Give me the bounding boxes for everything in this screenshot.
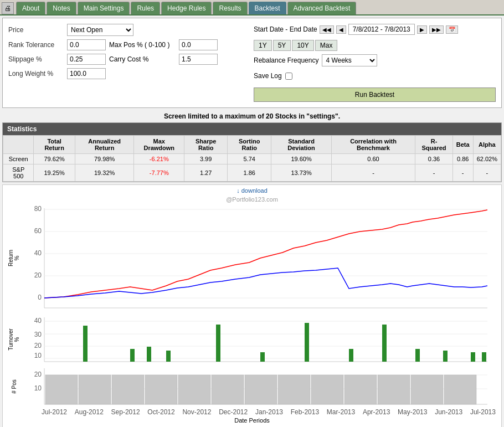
svg-rect-22 <box>83 326 88 362</box>
turnover-chart: 40 30 20 10 <box>25 315 496 364</box>
col-header-annualized: Annualized Return <box>75 136 134 154</box>
tab-notes[interactable]: Notes <box>47 2 76 14</box>
price-select[interactable]: Next Open <box>67 24 133 36</box>
svg-rect-32 <box>443 351 448 362</box>
price-label: Price <box>8 26 64 34</box>
x-label-jun2013: Jun-2013 <box>435 408 462 416</box>
statistics-container: Statistics Total Return Annualized Retur… <box>2 122 502 182</box>
sp500-annualized: 19.32% <box>75 164 134 182</box>
x-label-jul2012: Jul-2012 <box>42 408 67 416</box>
screen-r-squared: 0.36 <box>415 154 453 164</box>
svg-rect-43 <box>112 375 144 404</box>
table-row-sp500: S&P 500 19.25% 19.32% -7.77% 1.27 1.86 1… <box>3 164 501 182</box>
date-next-btn[interactable]: ▶ <box>417 25 427 34</box>
svg-rect-52 <box>411 375 443 404</box>
svg-text:10: 10 <box>34 352 42 359</box>
date-calendar-btn[interactable]: 📅 <box>446 25 458 34</box>
slippage-row: Slippage % Carry Cost % <box>8 54 250 65</box>
period-10y-btn[interactable]: 10Y <box>292 40 313 51</box>
tab-results[interactable]: Results <box>213 2 247 14</box>
print-button[interactable]: 🖨 <box>2 2 14 14</box>
screen-std-dev: 19.60% <box>271 154 331 164</box>
rebalance-label: Rebalance Frequency <box>254 56 318 64</box>
table-row-screen: Screen 79.62% 79.98% -6.21% 3.99 5.74 19… <box>3 154 501 164</box>
download-link[interactable]: ↓ download <box>3 185 501 196</box>
col-header-correlation: Correlation with Benchmark <box>331 136 415 154</box>
svg-rect-53 <box>444 375 476 404</box>
svg-rect-47 <box>245 375 277 404</box>
statistics-header: Statistics <box>3 123 501 135</box>
screen-correlation: 0.60 <box>331 154 415 164</box>
date-display: 7/8/2012 - 7/8/2013 <box>348 24 415 35</box>
svg-rect-29 <box>349 349 353 362</box>
tab-hedge-rules[interactable]: Hedge Rules <box>161 2 212 14</box>
slippage-input[interactable] <box>67 54 106 65</box>
date-prev-btn[interactable]: ◀ <box>336 25 346 34</box>
period-max-btn[interactable]: Max <box>315 40 338 51</box>
control-panel: Price Next Open Rank Tolerance Max Pos %… <box>2 18 502 108</box>
x-axis-label: Date Periods <box>3 417 501 424</box>
save-log-row: Save Log <box>254 72 496 80</box>
period-1y-btn[interactable]: 1Y <box>254 40 272 51</box>
carry-cost-label: Carry Cost % <box>109 55 176 63</box>
x-label-jul2013: Jul-2013 <box>470 408 496 416</box>
rank-tolerance-label: Rank Tolerance <box>8 41 64 49</box>
sp500-label: S&P 500 <box>3 164 34 182</box>
sp500-total-return: 19.25% <box>34 164 75 182</box>
svg-rect-46 <box>212 375 244 404</box>
date-first-btn[interactable]: ◀◀ <box>320 25 334 34</box>
sp500-alpha: - <box>473 164 501 182</box>
col-header-sharpe: Sharpe Ratio <box>184 136 228 154</box>
start-end-label: Start Date - End Date <box>254 25 317 33</box>
save-log-checkbox[interactable] <box>285 73 292 80</box>
svg-rect-34 <box>482 352 486 362</box>
screen-beta: 0.86 <box>452 154 473 164</box>
screen-alpha: 62.02% <box>473 154 501 164</box>
col-header-total-return: Total Return <box>34 136 75 154</box>
svg-rect-48 <box>278 375 310 404</box>
return-chart: 80 60 40 20 0 <box>25 203 496 313</box>
x-label-aug2012: Aug-2012 <box>75 408 104 416</box>
col-header-alpha: Alpha <box>473 136 501 154</box>
rank-tolerance-input[interactable] <box>67 39 106 50</box>
col-header-max-drawdown: Max Drawdown <box>134 136 184 154</box>
tab-advanced-backtest[interactable]: Advanced Backtest <box>287 2 357 14</box>
x-label-dec2012: Dec-2012 <box>219 408 248 416</box>
tab-about[interactable]: About <box>16 2 45 14</box>
screen-annualized: 79.98% <box>75 154 134 164</box>
x-axis-labels: Jul-2012 Aug-2012 Sep-2012 Oct-2012 Nov-… <box>3 408 501 416</box>
long-weight-input[interactable] <box>67 68 106 79</box>
screen-total-return: 79.62% <box>34 154 75 164</box>
col-header-sortino: Sortino Ratio <box>228 136 271 154</box>
svg-text:60: 60 <box>34 227 42 235</box>
tab-rules[interactable]: Rules <box>131 2 160 14</box>
long-weight-row: Long Weight % <box>8 68 250 79</box>
svg-rect-26 <box>216 325 220 362</box>
sp500-correlation: - <box>331 164 415 182</box>
svg-rect-51 <box>378 375 410 404</box>
positions-chart: 20 10 <box>25 366 496 407</box>
svg-text:40: 40 <box>34 317 42 325</box>
svg-rect-42 <box>79 375 111 404</box>
rank-tolerance-row: Rank Tolerance Max Pos % ( 0-100 ) <box>8 39 250 50</box>
date-last-btn[interactable]: ▶▶ <box>429 25 444 34</box>
statistics-table: Total Return Annualized Return Max Drawd… <box>3 135 501 182</box>
sp500-beta: - <box>452 164 473 182</box>
tab-backtest[interactable]: Backtest <box>249 2 286 14</box>
max-pos-input[interactable] <box>179 39 218 50</box>
tab-main-settings[interactable]: Main Settings <box>78 2 130 14</box>
x-label-oct2012: Oct-2012 <box>147 408 174 416</box>
svg-rect-28 <box>305 323 309 362</box>
rebalance-select[interactable]: 4 Weeks <box>322 54 377 66</box>
svg-text:10: 10 <box>34 384 42 392</box>
x-label-apr2013: Apr-2013 <box>363 408 390 416</box>
col-header-label <box>3 136 34 154</box>
svg-rect-41 <box>45 375 78 404</box>
carry-cost-input[interactable] <box>179 54 218 65</box>
svg-rect-50 <box>344 375 377 404</box>
run-backtest-button[interactable]: Run Backtest <box>254 88 496 102</box>
sp500-sharpe: 1.27 <box>184 164 228 182</box>
period-5y-btn[interactable]: 5Y <box>273 40 291 51</box>
notice-text: Screen limited to a maximum of 20 Stocks… <box>2 112 502 120</box>
screen-sharpe: 3.99 <box>184 154 228 164</box>
